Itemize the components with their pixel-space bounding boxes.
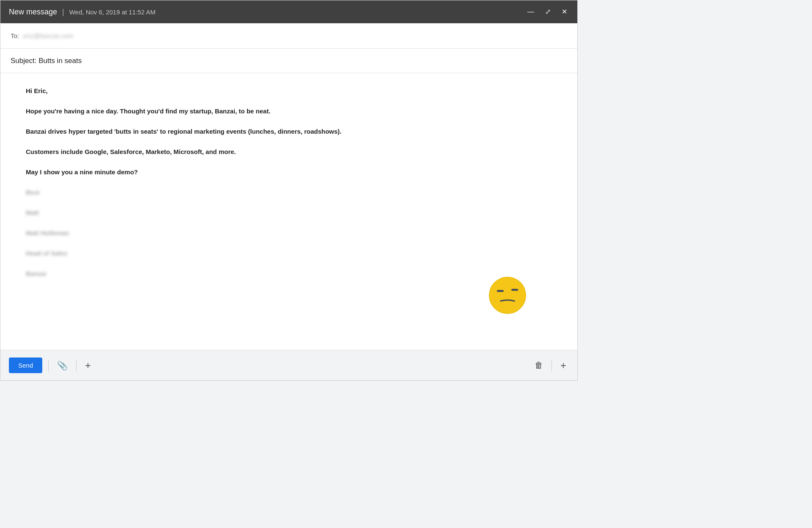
sig-title: Head of Sales — [26, 248, 552, 258]
skeptical-face-icon — [488, 276, 527, 314]
subject-label-text: Subject: — [11, 57, 38, 65]
bottom-bar: Send 📎 + 🗑 + — [0, 350, 577, 380]
email-line2: Banzai drives hyper targeted 'butts in s… — [26, 126, 552, 137]
subject-row: Subject: Butts in seats — [0, 49, 577, 73]
window-title: New message — [9, 8, 57, 16]
sig-line2: Matt — [26, 208, 552, 218]
emoji-container — [488, 276, 527, 316]
plus-icon: + — [85, 360, 91, 371]
trash-icon: 🗑 — [535, 360, 543, 370]
title-bar-controls: — ⤢ ✕ — [526, 7, 569, 17]
title-bar: New message | Wed, Nov 6, 2019 at 11:52 … — [0, 0, 577, 23]
sig-company: Banzai — [26, 269, 552, 279]
email-line4: May I show you a nine minute demo? — [26, 167, 552, 177]
send-button[interactable]: Send — [9, 358, 42, 373]
divider-3 — [551, 360, 552, 371]
sig-line1: Best — [26, 187, 552, 198]
email-greeting: Hi Eric, — [26, 86, 552, 96]
svg-rect-2 — [511, 289, 518, 291]
bottom-left-controls: Send 📎 + — [9, 357, 93, 374]
sig-name: Matt Holleman — [26, 228, 552, 238]
add-button[interactable]: + — [558, 357, 569, 374]
more-options-button[interactable]: + — [82, 357, 93, 374]
svg-point-0 — [489, 277, 526, 314]
subject-value[interactable]: Butts in seats — [38, 57, 82, 65]
restore-button[interactable]: ⤢ — [543, 7, 552, 17]
divider-1 — [48, 360, 49, 371]
add-icon: + — [560, 360, 566, 371]
title-bar-left: New message | Wed, Nov 6, 2019 at 11:52 … — [9, 8, 156, 16]
svg-rect-1 — [497, 290, 504, 292]
to-label: To: — [11, 32, 19, 39]
email-compose-window: New message | Wed, Nov 6, 2019 at 11:52 … — [0, 0, 578, 381]
minimize-button[interactable]: — — [526, 7, 536, 17]
to-row: To: eric@banzai.com — [0, 23, 577, 49]
attach-button[interactable]: 📎 — [55, 358, 70, 373]
subject-field: Subject: Butts in seats — [11, 57, 82, 65]
title-separator: | — [62, 8, 64, 16]
attach-icon: 📎 — [57, 361, 68, 370]
email-body: Hi Eric, Hope you're having a nice day. … — [26, 86, 552, 279]
close-button[interactable]: ✕ — [560, 7, 569, 17]
email-line3: Customers include Google, Salesforce, Ma… — [26, 147, 552, 157]
delete-button[interactable]: 🗑 — [532, 358, 546, 373]
bottom-right-controls: 🗑 + — [532, 357, 569, 374]
body-area[interactable]: Hi Eric, Hope you're having a nice day. … — [0, 73, 577, 350]
email-line1: Hope you're having a nice day. Thought y… — [26, 106, 552, 116]
title-date: Wed, Nov 6, 2019 at 11:52 AM — [69, 8, 156, 16]
divider-2 — [76, 360, 77, 371]
to-email[interactable]: eric@banzai.com — [23, 33, 74, 39]
